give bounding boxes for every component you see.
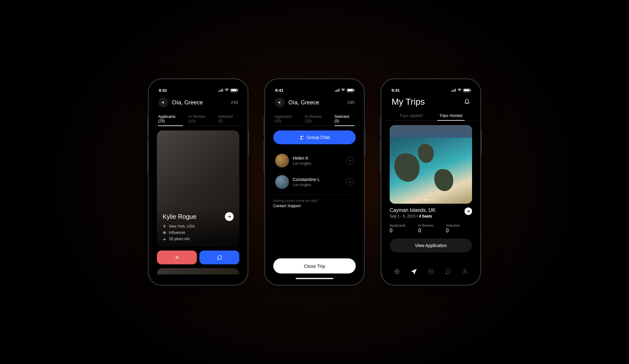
dm-button[interactable] [346, 157, 354, 164]
member-name: Constantine L [293, 177, 342, 182]
pin-icon [163, 224, 166, 228]
view-profile-button[interactable] [225, 212, 234, 221]
plus-circle-icon [428, 268, 434, 275]
svg-point-6 [350, 182, 350, 182]
tab-selected[interactable]: Selected (5) [218, 112, 238, 126]
applicant-role: Influencer [163, 230, 234, 235]
wifi-icon [225, 88, 229, 93]
trip-count: 245 [347, 100, 354, 105]
phone-mockup-1: 9:41 Oía, Greece 245 Applicants (25) In … [148, 78, 248, 286]
divider [273, 195, 356, 195]
applicant-card[interactable]: Kylie Rogue New York, USA Influencer [157, 130, 239, 247]
signal-icon [219, 89, 223, 92]
view-application-button[interactable]: View Application [390, 239, 472, 252]
arrow-left-icon [277, 100, 282, 105]
status-time: 9:41 [275, 88, 283, 93]
member-location: Los Angles [293, 183, 342, 187]
tab-bar [385, 265, 476, 281]
svg-point-1 [300, 136, 302, 137]
avatar [275, 175, 289, 189]
dots-icon [348, 180, 352, 184]
member-name: Helen K [293, 156, 342, 161]
svg-point-10 [464, 269, 466, 272]
svg-point-4 [351, 160, 351, 161]
group-icon [299, 135, 304, 140]
trip-tabs: Trips Applied Trips Hosted [385, 111, 476, 121]
nav-trips[interactable] [411, 268, 417, 276]
arrow-right-icon [227, 214, 231, 219]
tab-selected[interactable]: Selected (5) [335, 112, 355, 126]
trip-title: Cayman Islands, UK [390, 207, 436, 213]
battery-icon [347, 89, 354, 92]
back-button[interactable] [275, 97, 285, 108]
wifi-icon [341, 88, 345, 93]
notch [412, 83, 450, 91]
briefcase-icon [163, 231, 166, 234]
svg-point-7 [351, 182, 351, 182]
chat-icon [217, 255, 222, 260]
tab-in-review[interactable]: In Review (10) [305, 112, 329, 126]
tab-applicants[interactable]: Applicants (25) [275, 112, 299, 126]
phone-mockup-3: 9:41 My Trips Trips Applied Trips Hosted [381, 78, 481, 286]
message-button[interactable] [199, 251, 239, 264]
applicant-location: New York, USA [163, 224, 234, 229]
tab-trips-hosted[interactable]: Trips Hosted [431, 111, 471, 120]
trip-image[interactable] [390, 125, 472, 204]
member-location: Los Angles [293, 161, 342, 166]
home-indicator[interactable] [296, 278, 333, 279]
nav-explore[interactable] [394, 268, 400, 276]
globe-icon [394, 268, 400, 275]
arrow-nav-icon [411, 268, 417, 275]
nav-profile[interactable] [462, 268, 468, 276]
close-trip-button[interactable]: Close Trip [273, 258, 356, 273]
tab-trips-applied[interactable]: Trips Applied [391, 111, 431, 120]
trip-count: 245 [231, 100, 238, 105]
chat-icon [445, 268, 451, 275]
contact-support-link[interactable]: Contact Support [273, 204, 356, 208]
avatar [275, 154, 289, 168]
applicant-name: Kylie Rogue [163, 213, 197, 220]
group-chat-button[interactable]: Group Chat [273, 130, 356, 144]
notch [296, 83, 333, 91]
svg-point-3 [350, 160, 350, 161]
stat-in-review: 0 [418, 228, 433, 234]
dm-button[interactable] [346, 178, 354, 186]
applicant-age: 28 years old [163, 237, 234, 241]
member-row[interactable]: Constantine L Los Angles [273, 171, 356, 193]
bell-icon [464, 98, 470, 104]
phone-mockup-2: 9:41 Oía, Greece 245 Applicants (25) In … [264, 78, 365, 286]
notifications-button[interactable] [464, 98, 470, 106]
tabs: Applicants (25) In Review (10) Selected … [153, 111, 244, 126]
x-icon [174, 255, 180, 260]
nav-messages[interactable] [445, 268, 451, 276]
header: Oía, Greece 245 [269, 94, 360, 111]
stat-applicants: 0 [390, 228, 406, 234]
status-time: 9:41 [159, 88, 167, 93]
header: Oía, Greece 245 [153, 94, 244, 111]
battery-icon [463, 89, 470, 92]
next-card-peek [157, 268, 239, 274]
tab-in-review[interactable]: In Review (10) [189, 112, 213, 126]
stat-selected: 0 [446, 228, 459, 234]
back-button[interactable] [158, 97, 168, 108]
signal-icon [451, 89, 456, 92]
svg-rect-0 [163, 232, 166, 234]
member-row[interactable]: Helen K Los Angles [273, 150, 356, 171]
support-label: Having issues using the app? [273, 199, 356, 202]
svg-point-2 [349, 160, 350, 161]
user-icon [462, 268, 468, 275]
tabs: Applicants (25) In Review (10) Selected … [269, 111, 360, 126]
nav-create[interactable] [428, 268, 434, 276]
image-pagination[interactable] [425, 199, 437, 201]
header: My Trips [385, 94, 476, 111]
arrow-right-icon [466, 209, 470, 213]
tab-applicants[interactable]: Applicants (25) [158, 112, 183, 126]
open-trip-button[interactable] [465, 207, 472, 215]
page-title: Oía, Greece [288, 99, 319, 106]
signal-icon [335, 89, 340, 92]
battery-icon [231, 89, 237, 92]
reject-button[interactable] [157, 251, 197, 264]
status-time: 9:41 [392, 88, 400, 93]
arrow-left-icon [161, 100, 166, 105]
page-title: Oía, Greece [172, 99, 203, 106]
